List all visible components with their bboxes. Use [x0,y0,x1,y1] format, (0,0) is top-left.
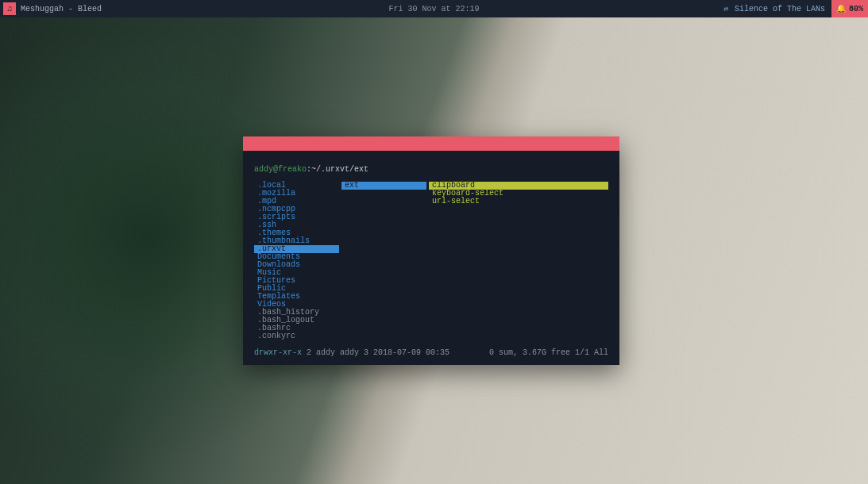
network-icon[interactable]: ⇄ [723,4,728,13]
status-summary: 0 sum, 3.67G free 1/1 All [489,348,608,357]
column-current: ext [341,182,426,340]
column-parent: .local.mozilla.mpd.ncmpcpp.scripts.ssh.t… [254,182,339,340]
bell-icon: 🔔 [836,4,846,13]
prompt-user: addy@freako [254,165,307,174]
terminal-titlebar[interactable] [243,136,619,151]
network-name[interactable]: Silence of The LANs [735,5,825,13]
list-item[interactable]: .conkyrc [254,332,339,340]
topbar-right: ⇄ Silence of The LANs 🔔 80% [723,0,865,17]
terminal-window[interactable]: addy@freako:~/.urxvt/ext .local.mozilla.… [243,136,619,365]
status-permissions: drwxr-xr-x [254,348,302,357]
topbar-left: ♫ Meshuggah - Bleed [3,2,102,15]
terminal-statusbar: drwxr-xr-x 2 addy addy 3 2018-07-09 00:3… [254,348,608,357]
prompt-path: ~/.urxvt/ext [311,165,368,174]
terminal-prompt: addy@freako:~/.urxvt/ext [254,165,608,174]
list-item[interactable]: ext [341,182,426,190]
file-browser-columns: .local.mozilla.mpd.ncmpcpp.scripts.ssh.t… [254,182,608,340]
battery-percent: 80% [849,5,863,13]
now-playing[interactable]: Meshuggah - Bleed [21,5,102,13]
clock: Fri 30 Nov at 22:19 [388,5,479,13]
column-preview: clipboardkeyboard-selecturl-select [429,182,608,340]
terminal-body: addy@freako:~/.urxvt/ext .local.mozilla.… [243,151,619,365]
status-details-text: 2 addy addy 3 2018-07-09 00:35 [307,348,449,357]
list-item[interactable]: url-select [429,198,608,206]
top-bar: ♫ Meshuggah - Bleed Fri 30 Nov at 22:19 … [0,0,868,17]
notifications-section[interactable]: 🔔 80% [831,0,868,17]
music-icon[interactable]: ♫ [3,2,16,15]
